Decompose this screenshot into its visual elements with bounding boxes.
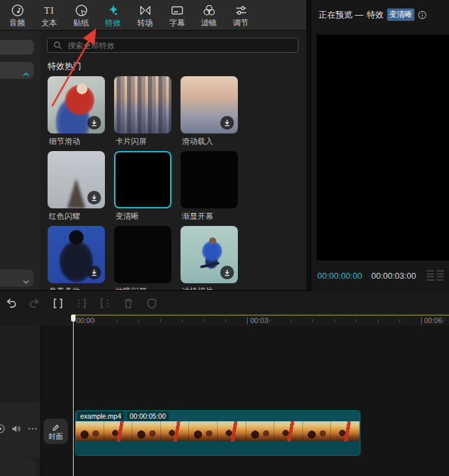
track-header-column — [0, 326, 41, 476]
tab-transition-label: 转场 — [138, 19, 153, 27]
effect-item[interactable]: 过快切片 — [181, 226, 238, 290]
clip-frame — [274, 421, 303, 441]
effect-label: 过快切片 — [182, 286, 213, 290]
split-button[interactable] — [51, 296, 65, 311]
tab-sticker[interactable]: 贴纸 — [65, 3, 97, 27]
chevron-up-icon — [23, 68, 29, 73]
effect-thumbnail[interactable] — [114, 226, 171, 283]
download-icon — [87, 266, 101, 279]
adjust-icon — [234, 3, 248, 18]
clip-frame — [246, 421, 275, 441]
timeline-toolbar — [4, 296, 159, 311]
ruler-tick-0: 00:00 — [76, 316, 94, 324]
effect-item[interactable]: 红色闪耀 — [48, 151, 105, 226]
effect-thumbnail[interactable] — [48, 76, 105, 133]
effect-item[interactable]: 滑动载入 — [181, 76, 238, 151]
effect-item[interactable]: 故障闪屏 — [114, 226, 171, 290]
timeline-ruler[interactable]: 00:00 00:03 00:06 — [0, 315, 449, 326]
video-track-header — [0, 402, 40, 457]
tab-transition[interactable]: 转场 — [129, 3, 161, 27]
playhead-handle[interactable] — [71, 315, 76, 322]
speaker-icon[interactable] — [11, 424, 22, 434]
audio-icon — [10, 3, 25, 18]
collapsed-expander-bottom[interactable] — [0, 270, 34, 287]
tab-filter[interactable]: 滤镜 — [193, 3, 225, 27]
cover-button[interactable]: 封面 — [44, 419, 68, 444]
tab-adjust-label: 调节 — [233, 19, 249, 27]
clip-frame — [218, 421, 246, 441]
transition-icon — [138, 3, 152, 18]
search-box[interactable] — [47, 38, 298, 53]
tab-subtitle[interactable]: 字幕 — [161, 3, 193, 27]
download-icon — [220, 266, 234, 279]
clip-frame — [132, 421, 161, 441]
undo-button[interactable] — [4, 296, 18, 311]
effect-thumbnail[interactable] — [114, 76, 171, 133]
tab-text[interactable]: TI 文本 — [33, 3, 65, 27]
more-options-icon[interactable] — [27, 424, 38, 434]
preview-range-line — [73, 315, 449, 316]
clip-frame — [303, 421, 332, 441]
tab-effects[interactable]: 特效 — [97, 3, 129, 27]
effect-thumbnail[interactable] — [181, 151, 238, 208]
effect-item[interactable]: 渐显开幕 — [181, 151, 238, 226]
effect-item[interactable]: 卡片闪屏 — [114, 76, 171, 151]
clip-frame — [331, 421, 360, 441]
effects-grid: 细节滑动 卡片闪屏 滑动载入 红色闪耀 变清晰 — [48, 76, 238, 290]
search-icon — [53, 41, 62, 49]
preview-header: 正在预览 — 特效 变清晰 — [319, 8, 427, 21]
tab-text-label: 文本 — [42, 19, 57, 27]
effect-thumbnail[interactable] — [181, 226, 238, 283]
tracks-area[interactable]: 封面 example.mp4 00:00:05:00 — [0, 326, 449, 476]
redo-button[interactable] — [27, 296, 42, 311]
tab-subtitle-label: 字幕 — [169, 19, 185, 27]
effect-label: 卡片闪屏 — [115, 136, 147, 147]
clip-frame — [76, 421, 104, 441]
effects-icon — [106, 3, 121, 18]
effect-item[interactable]: 像素条纹 — [48, 226, 105, 290]
shield-icon[interactable] — [145, 296, 159, 311]
ruler-tick-3: 00:03 — [247, 316, 268, 324]
clip-filmstrip — [76, 421, 360, 441]
effect-thumbnail[interactable] — [114, 151, 171, 208]
preview-category: 特效 — [367, 9, 384, 21]
chevron-down-icon — [23, 275, 29, 281]
video-clip[interactable]: example.mp4 00:00:05:00 — [75, 410, 360, 456]
effect-item-selected[interactable]: 变清晰 — [114, 151, 171, 226]
tab-audio[interactable]: 音频 — [1, 3, 33, 27]
playhead-line[interactable] — [73, 315, 74, 476]
tab-adjust[interactable]: 调节 — [225, 3, 257, 27]
delete-button[interactable] — [121, 296, 136, 311]
download-icon — [87, 191, 101, 204]
ruler-tick-6: 00:06 — [421, 316, 442, 324]
effect-thumbnail[interactable] — [48, 226, 105, 283]
effects-panel: 特效热门 细节滑动 卡片闪屏 滑动载入 — [40, 31, 306, 290]
video-preview-canvas[interactable] — [317, 35, 449, 260]
search-input[interactable] — [66, 40, 284, 51]
clip-header: example.mp4 00:00:05:00 — [76, 411, 360, 421]
clip-frame — [189, 421, 218, 441]
clip-name: example.mp4 — [78, 412, 124, 421]
collapsed-pill[interactable] — [0, 40, 34, 55]
split-left-button[interactable] — [74, 296, 89, 311]
duration-timecode: 00:00:03:00 — [371, 271, 416, 281]
cover-button-label: 封面 — [49, 433, 63, 440]
current-timecode: 00:00:00:00 — [317, 271, 362, 281]
effect-thumbnail[interactable] — [181, 76, 238, 133]
effect-thumbnail[interactable] — [48, 151, 105, 208]
layout-grid-icon[interactable] — [427, 270, 444, 281]
left-collapsed-panel — [0, 31, 40, 290]
pencil-icon — [51, 423, 60, 432]
clip-audio-strip — [76, 441, 360, 455]
clip-frame — [104, 421, 133, 441]
eye-icon[interactable] — [0, 424, 5, 434]
effect-item[interactable]: 细节滑动 — [48, 76, 105, 151]
timeline-section: 00:00 00:03 00:06 — [0, 291, 449, 476]
collapsed-expander-top[interactable] — [0, 62, 34, 79]
download-icon — [87, 116, 101, 130]
previewed-effect-badge: 变清晰 — [387, 8, 414, 21]
info-icon[interactable] — [418, 10, 427, 20]
effect-label: 红色闪耀 — [49, 211, 80, 222]
split-right-button[interactable] — [98, 296, 112, 311]
clip-duration: 00:00:05:00 — [127, 412, 168, 421]
